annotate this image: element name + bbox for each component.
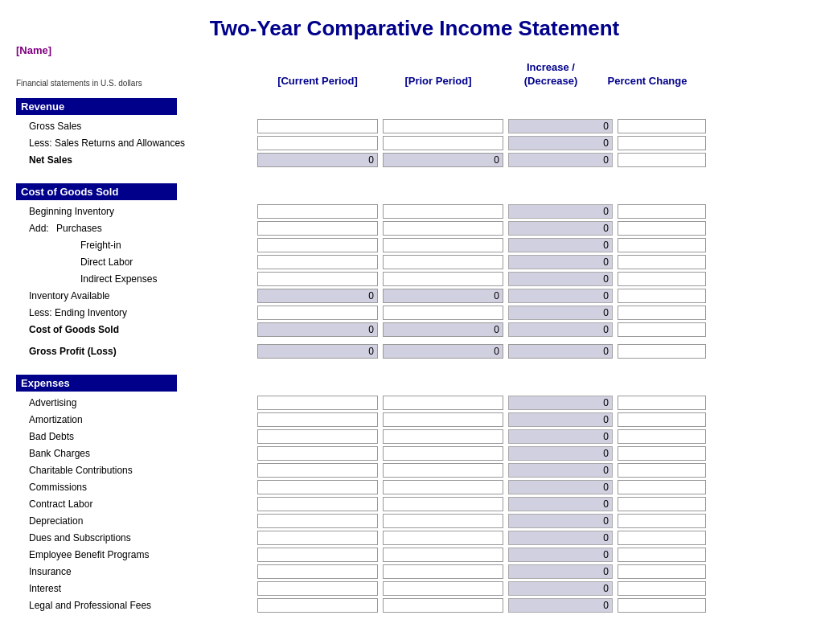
interest-prior-input[interactable] [383,581,503,596]
insurance-prior-input[interactable] [383,564,503,579]
depreciation-pct [618,514,706,528]
dues-subscriptions-increase: 0 [508,531,613,545]
legal-fees-prior-input[interactable] [383,598,503,613]
row-amortization: Amortization 0 [16,412,813,428]
depreciation-prior-input[interactable] [383,514,503,528]
row-dues-subscriptions: Dues and Subscriptions 0 [16,530,813,546]
row-commissions: Commissions 0 [16,479,813,495]
beginning-inventory-increase: 0 [508,204,613,219]
bad-debts-label: Bad Debts [16,431,257,442]
interest-increase: 0 [508,581,613,596]
bank-charges-label: Bank Charges [16,448,257,459]
bank-charges-current-input[interactable] [257,446,378,461]
row-depreciation: Depreciation 0 [16,513,813,529]
direct-labor-increase: 0 [508,255,613,269]
indirect-expenses-prior-input[interactable] [383,272,503,286]
freight-in-label: Freight-in [16,240,257,251]
depreciation-increase: 0 [508,514,613,528]
interest-current-input[interactable] [257,581,378,596]
employee-benefit-label: Employee Benefit Programs [16,549,257,560]
gross-sales-prior-input[interactable] [383,119,503,133]
depreciation-current-input[interactable] [257,514,378,528]
bad-debts-prior-input[interactable] [383,429,503,444]
row-direct-labor: Direct Labor 0 [16,254,813,270]
row-net-sales: Net Sales 0 0 0 [16,152,813,168]
sales-returns-prior-input[interactable] [383,136,503,150]
net-sales-increase: 0 [508,153,613,167]
indirect-expenses-current-input[interactable] [257,272,378,286]
employee-benefit-prior-input[interactable] [383,548,503,562]
cogs-total-pct [618,322,706,337]
dues-subscriptions-current-input[interactable] [257,531,378,545]
cogs-section-bar: Cost of Goods Sold [16,183,177,200]
beginning-inventory-label: Beginning Inventory [16,206,257,217]
row-charitable-contributions: Charitable Contributions 0 [16,462,813,478]
row-purchases: Add: Purchases 0 [16,220,813,236]
col-header-pct: Percent Change [603,75,692,88]
inventory-available-label: Inventory Available [16,290,257,301]
purchases-current-input[interactable] [257,221,378,236]
legal-fees-current-input[interactable] [257,598,378,613]
row-employee-benefit: Employee Benefit Programs 0 [16,547,813,563]
legal-fees-increase: 0 [508,598,613,613]
net-sales-prior: 0 [383,153,503,167]
amortization-current-input[interactable] [257,412,378,427]
charitable-contributions-label: Charitable Contributions [16,465,257,476]
interest-label: Interest [16,583,257,594]
gross-profit-pct [618,344,706,359]
direct-labor-pct [618,255,706,269]
advertising-prior-input[interactable] [383,396,503,410]
row-beginning-inventory: Beginning Inventory 0 [16,203,813,219]
sales-returns-increase: 0 [508,136,613,150]
company-name: [Name] [16,44,813,56]
freight-in-increase: 0 [508,238,613,252]
ending-inventory-prior-input[interactable] [383,306,503,320]
row-gross-sales: Gross Sales 0 [16,118,813,134]
contract-labor-prior-input[interactable] [383,497,503,511]
usd-note: Financial statements in U.S. dollars [16,79,142,88]
gross-profit-prior: 0 [383,344,503,359]
freight-in-prior-input[interactable] [383,238,503,252]
gross-sales-label: Gross Sales [16,121,257,132]
sales-returns-current-input[interactable] [257,136,378,150]
purchases-label: Purchases [56,223,102,234]
employee-benefit-current-input[interactable] [257,548,378,562]
direct-labor-current-input[interactable] [257,255,378,269]
commissions-current-input[interactable] [257,480,378,494]
row-bad-debts: Bad Debts 0 [16,429,813,445]
charitable-contributions-prior-input[interactable] [383,463,503,478]
row-contract-labor: Contract Labor 0 [16,496,813,512]
employee-benefit-increase: 0 [508,548,613,562]
purchases-increase: 0 [508,221,613,236]
row-gross-profit: Gross Profit (Loss) 0 0 0 [16,343,813,359]
advertising-current-input[interactable] [257,396,378,410]
purchases-prior-input[interactable] [383,221,503,236]
gross-profit-current: 0 [257,344,378,359]
amortization-increase: 0 [508,412,613,427]
charitable-contributions-pct [618,463,706,478]
gross-profit-label: Gross Profit (Loss) [16,346,257,357]
ending-inventory-label: Less: Ending Inventory [16,307,257,318]
insurance-current-input[interactable] [257,564,378,579]
amortization-prior-input[interactable] [383,412,503,427]
charitable-contributions-current-input[interactable] [257,463,378,478]
insurance-pct [618,564,706,579]
ending-inventory-current-input[interactable] [257,306,378,320]
bad-debts-current-input[interactable] [257,429,378,444]
contract-labor-current-input[interactable] [257,497,378,511]
commissions-prior-input[interactable] [383,480,503,494]
direct-labor-prior-input[interactable] [383,255,503,269]
beginning-inventory-current-input[interactable] [257,204,378,219]
row-sales-returns: Less: Sales Returns and Allowances 0 [16,135,813,151]
advertising-label: Advertising [16,397,257,408]
bank-charges-prior-input[interactable] [383,446,503,461]
beginning-inventory-pct [618,204,706,219]
legal-fees-pct [618,598,706,613]
dues-subscriptions-prior-input[interactable] [383,531,503,545]
gross-sales-current-input[interactable] [257,119,378,133]
net-sales-pct [618,153,706,167]
expenses-section-bar: Expenses [16,375,177,392]
inventory-available-prior: 0 [383,289,503,303]
freight-in-current-input[interactable] [257,238,378,252]
beginning-inventory-prior-input[interactable] [383,204,503,219]
